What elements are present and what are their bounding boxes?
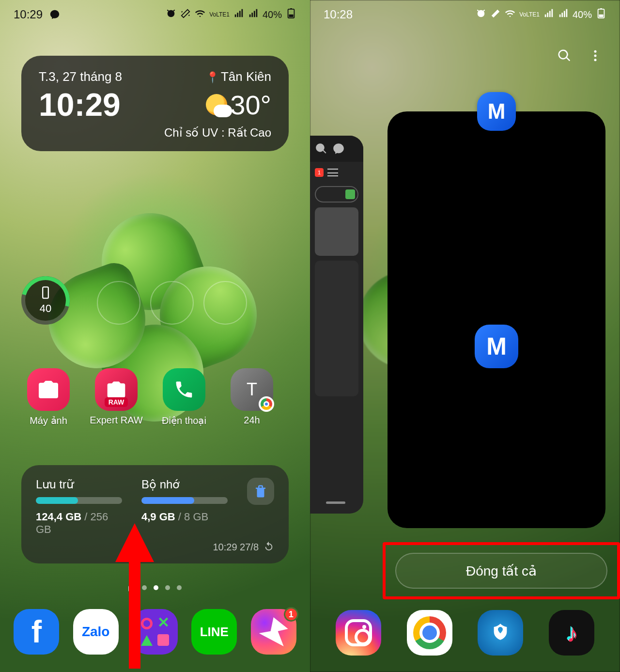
dock-zalo[interactable]: Zalo bbox=[73, 609, 119, 655]
dock-tiktok[interactable]: ♪ bbox=[549, 610, 594, 656]
wifi-icon bbox=[195, 8, 205, 21]
instagram-icon bbox=[345, 619, 372, 646]
app-24h[interactable]: T 24h bbox=[225, 368, 279, 426]
vibrate-icon bbox=[180, 8, 191, 21]
signal2-icon bbox=[248, 8, 259, 21]
dock: f Zalo ✕ LINE 1 bbox=[0, 609, 310, 655]
device-care-widget[interactable]: 40 bbox=[21, 276, 70, 325]
weather-location: 📍Tân Kiên bbox=[206, 69, 271, 84]
clean-button[interactable] bbox=[247, 478, 274, 505]
svg-point-9 bbox=[594, 59, 597, 61]
signal2-icon bbox=[558, 8, 569, 21]
wifi-icon bbox=[505, 8, 515, 21]
dock: ♪ bbox=[310, 610, 620, 656]
messenger-bolt-icon bbox=[259, 617, 288, 646]
signal-icon bbox=[543, 8, 554, 21]
weather-widget[interactable]: T.3, 27 tháng 8 📍Tân Kiên 10:29 30° Chỉ … bbox=[21, 56, 289, 151]
storage-widget[interactable]: Lưu trữ 124,4 GB / 256 GB Bộ nhớ 4,9 GB … bbox=[21, 465, 289, 563]
weather-time: 10:29 bbox=[39, 86, 121, 123]
chrome-icon bbox=[413, 616, 446, 649]
battery-text: 40% bbox=[573, 9, 592, 20]
weather-uv: Chỉ số UV : Rất Cao bbox=[39, 126, 271, 140]
phone-icon bbox=[163, 368, 205, 411]
location-pin-icon: 📍 bbox=[206, 71, 219, 83]
background-bubbles bbox=[97, 281, 247, 325]
dock-vssid[interactable] bbox=[478, 610, 523, 656]
recents-card-main[interactable]: M M bbox=[388, 111, 605, 528]
messenger-badge: 1 bbox=[284, 607, 298, 622]
dock-chrome[interactable] bbox=[407, 610, 452, 656]
more-icon[interactable] bbox=[588, 48, 603, 65]
volte-label: VoLTE1 bbox=[519, 12, 540, 17]
recents-top-actions bbox=[557, 48, 603, 65]
battery-icon bbox=[596, 8, 606, 21]
svg-point-8 bbox=[594, 55, 597, 57]
status-time: 10:28 bbox=[324, 8, 353, 21]
dock-facebook[interactable]: f bbox=[14, 609, 59, 655]
messenger-notif-icon bbox=[49, 9, 60, 20]
status-time: 10:29 bbox=[14, 8, 43, 21]
tiktok-icon: ♪ bbox=[566, 619, 578, 647]
svg-rect-2 bbox=[290, 8, 292, 9]
app-expert-raw[interactable]: RAW Expert RAW bbox=[89, 368, 143, 426]
weather-date: T.3, 27 tháng 8 bbox=[39, 69, 122, 84]
app-m-icon: M bbox=[475, 325, 518, 368]
status-bar: 10:28 VoLTE1 40% bbox=[310, 0, 620, 29]
alarm-icon bbox=[476, 8, 486, 21]
storage-timestamp: 10:29 27/8 bbox=[213, 542, 259, 553]
chrome-badge-icon bbox=[259, 396, 274, 412]
hamburger-icon bbox=[327, 169, 338, 176]
svg-rect-1 bbox=[289, 14, 293, 17]
weather-temp: 30° bbox=[206, 89, 271, 121]
mini-messenger-icon bbox=[332, 142, 345, 155]
app-row: Máy ảnh RAW Expert RAW Điện thoại T 24h bbox=[21, 368, 289, 426]
recents-card-previous[interactable]: 1 bbox=[310, 136, 363, 514]
close-all-highlight: Đóng tất cả bbox=[383, 542, 620, 599]
recents-app-icon-m[interactable]: M bbox=[477, 92, 516, 131]
page-indicator[interactable] bbox=[0, 585, 310, 592]
camera-icon bbox=[27, 368, 70, 411]
dock-instagram[interactable] bbox=[336, 610, 381, 656]
screen-home: 10:29 VoLTE1 40% T.3, 27 tháng 8 📍Tân Ki… bbox=[0, 0, 310, 672]
prev-badge: 1 bbox=[315, 168, 324, 177]
app-camera[interactable]: Máy ảnh bbox=[21, 368, 76, 426]
raw-icon: RAW bbox=[95, 368, 138, 411]
search-icon[interactable] bbox=[557, 48, 572, 65]
news-icon: T bbox=[231, 368, 273, 411]
volte-label: VoLTE1 bbox=[209, 12, 230, 17]
alarm-icon bbox=[166, 8, 176, 21]
signal-icon bbox=[233, 8, 244, 21]
dock-line[interactable]: LINE bbox=[191, 609, 237, 655]
refresh-icon[interactable] bbox=[264, 541, 274, 554]
battery-icon bbox=[286, 8, 296, 21]
battery-text: 40% bbox=[263, 9, 282, 20]
swipe-up-arrow-annotation bbox=[120, 523, 149, 669]
vibrate-icon bbox=[490, 8, 501, 21]
close-all-button[interactable]: Đóng tất cả bbox=[395, 553, 607, 589]
insurance-icon bbox=[491, 622, 510, 643]
dock-messenger[interactable]: 1 bbox=[251, 609, 296, 655]
screen-recents: 10:28 VoLTE1 40% 1 M bbox=[310, 0, 620, 672]
svg-rect-6 bbox=[600, 8, 602, 9]
svg-rect-5 bbox=[599, 14, 603, 17]
storage-col: Lưu trữ 124,4 GB / 256 GB bbox=[36, 478, 122, 536]
weather-condition-icon bbox=[206, 94, 227, 115]
memory-col: Bộ nhớ 4,9 GB / 8 GB bbox=[141, 478, 228, 523]
app-phone[interactable]: Điện thoại bbox=[157, 368, 211, 426]
status-bar: 10:29 VoLTE1 40% bbox=[0, 0, 310, 29]
svg-point-7 bbox=[594, 50, 597, 53]
mini-search-icon bbox=[315, 142, 327, 155]
